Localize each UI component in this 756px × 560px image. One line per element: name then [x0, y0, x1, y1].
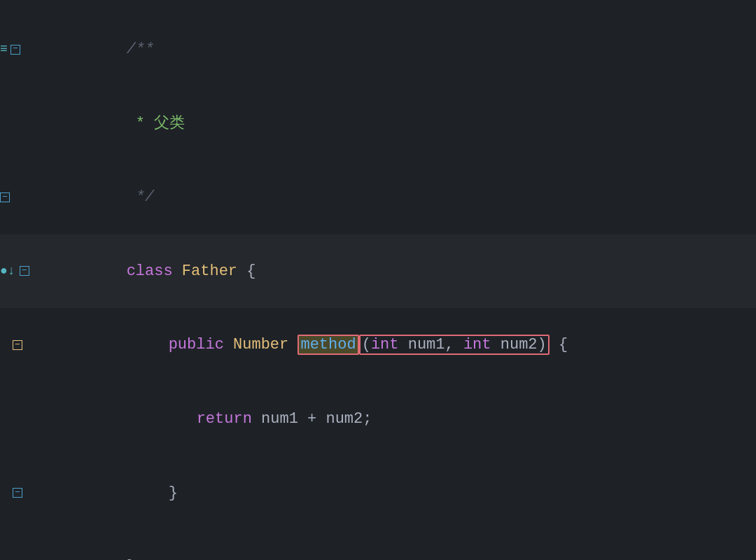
classname-token: Number: [233, 336, 298, 354]
line-gutter: −: [0, 340, 52, 350]
line-content: */: [52, 160, 756, 234]
line-content: * 父类: [52, 87, 756, 161]
comment-token: /**: [127, 41, 155, 58]
brace-token: {: [246, 262, 255, 280]
fold-icon[interactable]: −: [10, 45, 20, 55]
line-content: }: [52, 456, 756, 530]
fold-icon[interactable]: −: [13, 340, 22, 350]
comment-token: * 父类: [127, 115, 186, 132]
line-gutter: ●↓ −: [0, 261, 52, 281]
code-line: − public Number method(int num1, int num…: [0, 308, 756, 382]
keyword-token: class: [127, 262, 182, 280]
line-content: /**: [52, 13, 756, 87]
align-left-icon[interactable]: ≡: [0, 39, 8, 59]
line-gutter: −: [0, 192, 52, 202]
current-line-icon: ●↓: [0, 261, 15, 281]
keyword-token: public: [169, 336, 233, 354]
comment-token: */: [127, 188, 155, 206]
code-editor: ≡ − /** * 父类 − */ ●↓: [0, 0, 756, 560]
brace-token: }: [169, 484, 178, 502]
code-line: return num1 + num2;: [0, 382, 756, 456]
code-line: * 父类: [0, 87, 756, 161]
method-highlight: method: [298, 335, 358, 355]
keyword-token: return: [197, 410, 261, 428]
line-gutter: ≡ −: [0, 39, 52, 59]
classname-token: Father: [182, 262, 246, 280]
code-line: − }: [0, 530, 756, 560]
fold-icon[interactable]: −: [20, 266, 29, 276]
fold-icon[interactable]: −: [13, 488, 22, 498]
line-content: }: [52, 530, 756, 560]
code-line: ≡ − /**: [0, 13, 756, 87]
code-line: − }: [0, 456, 756, 530]
code-line-current: ●↓ − class Father {: [0, 234, 756, 309]
code-line: − */: [0, 160, 756, 234]
line-gutter: −: [0, 488, 52, 498]
line-content: return num1 + num2;: [52, 382, 756, 456]
line-content: public Number method(int num1, int num2)…: [52, 308, 756, 382]
fold-icon[interactable]: −: [0, 192, 10, 202]
brace-token: {: [550, 336, 568, 354]
code-token: num1 + num2;: [261, 410, 372, 428]
params-highlight: (int num1, int num2): [359, 335, 550, 355]
line-content: class Father {: [52, 234, 756, 309]
